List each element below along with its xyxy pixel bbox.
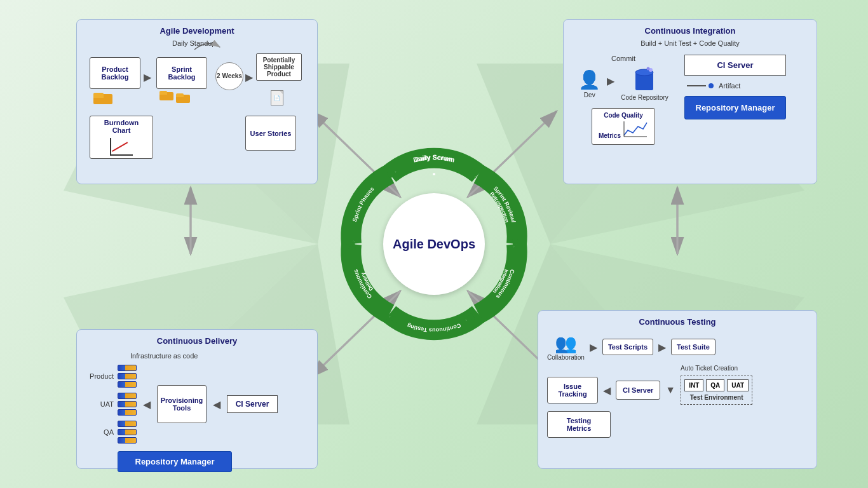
testing-metrics-box: Testing Metrics xyxy=(547,411,611,438)
test-env-int: INT xyxy=(684,379,703,391)
sprint-backlog-folders xyxy=(159,89,190,103)
qa-row: QA xyxy=(86,421,137,444)
bl-ci-server-label: CI Server xyxy=(227,395,278,413)
issue-tracking-label: Issue Tracking xyxy=(558,383,587,398)
product-label: Product xyxy=(86,372,114,380)
product-backlog-box: Product Backlog xyxy=(90,57,140,89)
agile-development-panel: Agile Development Daily Standup Product … xyxy=(76,19,318,184)
collab-arrow: ▶ xyxy=(590,341,597,353)
agile-devops-title: Agile DevOps xyxy=(393,236,475,252)
uat-row: UAT xyxy=(86,393,137,416)
dev-group: 👤 Dev xyxy=(578,69,600,98)
test-env-qa: QA xyxy=(706,379,724,391)
code-repo-icon xyxy=(634,66,654,93)
ci-down-arrow: ▼ xyxy=(665,384,675,396)
artifact-label: Artifact xyxy=(719,82,740,90)
test-scripts-box: Test Scripts xyxy=(602,339,653,355)
testing-metrics-label: Testing Metrics xyxy=(567,417,592,432)
code-quality-box: Code Quality Metrics xyxy=(592,108,655,145)
ct-title: Continuous Testing xyxy=(545,317,810,327)
ct-row3: Testing Metrics xyxy=(547,411,808,438)
svg-point-26 xyxy=(647,67,650,71)
qa-stack xyxy=(118,421,137,444)
artifact-row: Artifact xyxy=(687,82,740,90)
agile-devops-center: Daily Scrum Daily Scrum Sprint Review/ R… xyxy=(326,136,542,352)
issue-tracking-box: Issue Tracking xyxy=(547,377,598,403)
weeks-badge: 2 Weeks xyxy=(215,62,243,90)
ct-row1: 👥 Collaboration ▶ Test Scripts ▶ Test Su… xyxy=(547,333,808,361)
product-backlog-label: Product Backlog xyxy=(94,65,136,81)
continuous-delivery-panel: Continuous Delivery Infrastructure as co… xyxy=(76,329,318,469)
user-stories-label: User Stories xyxy=(250,130,292,137)
shippable-product-box: Potentially Shippable Product xyxy=(256,53,302,81)
product-backlog-folder xyxy=(93,90,112,107)
ci-subtitle: Build + Unit Test + Code Quality xyxy=(570,39,810,47)
bl-repo-manager-box: Repository Manager xyxy=(118,451,308,472)
server-stacks: Product UAT xyxy=(86,365,137,444)
shippable-doc: 📄 xyxy=(271,90,283,105)
burndown-chart-box: Burndown Chart xyxy=(90,116,153,159)
arrow-weeks-product: ▶ xyxy=(245,71,253,83)
continuous-integration-panel: Continuous Integration Build + Unit Test… xyxy=(563,19,817,184)
test-env-items: INT QA UAT xyxy=(684,379,749,391)
user-stories-box: User Stories xyxy=(245,116,296,151)
qa-label: QA xyxy=(86,428,114,436)
ci-server-box: CI Server xyxy=(684,55,786,76)
product-row: Product xyxy=(86,365,137,388)
test-env-label: Test Environment xyxy=(690,394,743,401)
repo-manager-box: Repository Manager xyxy=(684,96,786,119)
arrow-ci: ◀ xyxy=(213,398,220,410)
collaboration-label: Collaboration xyxy=(547,354,585,361)
test-suite-label: Test Suite xyxy=(677,343,710,351)
scripts-arrow: ▶ xyxy=(658,341,666,353)
code-repo-label: Code Repository xyxy=(621,94,668,102)
sprint-backlog-label: Sprint Backlog xyxy=(161,65,203,81)
code-repo-group: Code Repository xyxy=(621,66,668,102)
commit-label: Commit xyxy=(611,55,635,62)
repo-manager-label: Repository Manager xyxy=(684,96,786,119)
bl-ci-server-box: CI Server xyxy=(227,395,278,413)
dev-label: Dev xyxy=(584,92,595,98)
br-ci-server-box: CI Server xyxy=(616,381,660,400)
test-env-uat: UAT xyxy=(727,379,749,391)
ci-server-label: CI Server xyxy=(684,55,786,76)
auto-ticket-label: Auto Ticket Creation xyxy=(611,365,808,372)
metrics-chart-icon xyxy=(623,120,648,138)
continuous-testing-panel: Continuous Testing 👥 Collaboration ▶ Tes… xyxy=(538,310,817,469)
cycle-ring: Daily Scrum Daily Scrum Sprint Review/ R… xyxy=(326,136,542,352)
arrow-pb-sb: ▶ xyxy=(144,71,151,83)
br-ci-server-label: CI Server xyxy=(623,386,653,394)
infra-as-code-label: Infrastructure as code xyxy=(130,352,308,360)
provisioning-tools-box: Provisioning Tools xyxy=(157,385,207,423)
ci-title: Continuous Integration xyxy=(570,26,810,36)
bl-repo-manager-label: Repository Manager xyxy=(118,451,232,472)
arrow-prov: ◀ xyxy=(143,398,151,410)
test-suite-box: Test Suite xyxy=(671,339,715,355)
product-stack xyxy=(118,365,137,388)
test-scripts-label: Test Scripts xyxy=(608,343,648,351)
standup-arrow xyxy=(191,38,223,53)
provisioning-label: Provisioning Tools xyxy=(157,385,207,423)
test-environment-box: INT QA UAT Test Environment xyxy=(681,376,752,405)
cd-title: Continuous Delivery xyxy=(83,336,311,346)
burndown-label: Burndown Chart xyxy=(94,119,149,134)
agile-development-title: Agile Development xyxy=(83,26,311,36)
issue-arrow: ◀ xyxy=(603,384,611,396)
uat-label: UAT xyxy=(86,400,114,408)
sprint-backlog-box: Sprint Backlog xyxy=(156,57,207,89)
collaboration-group: 👥 Collaboration xyxy=(547,333,585,361)
dev-arrow: ▶ xyxy=(607,75,614,87)
ct-row2: Issue Tracking ◀ CI Server ▼ INT QA UAT … xyxy=(547,376,808,405)
uat-stack xyxy=(118,393,137,416)
shippable-label: Potentially Shippable Product xyxy=(256,53,302,81)
agile-devops-inner: Agile DevOps xyxy=(383,193,485,295)
